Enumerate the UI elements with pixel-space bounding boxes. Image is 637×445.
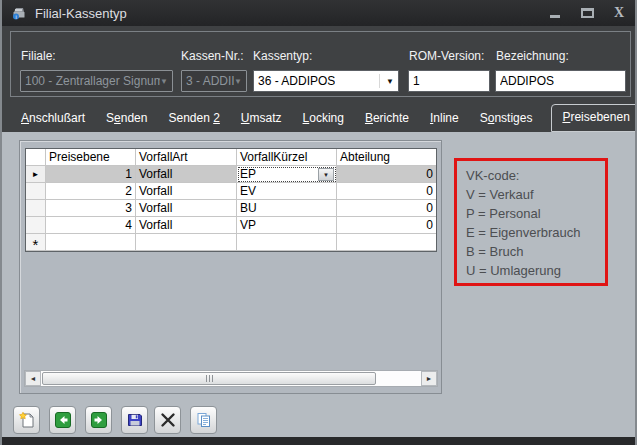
new-record-button[interactable]	[13, 406, 40, 434]
minimize-icon	[550, 15, 560, 18]
column-header-vorfallart[interactable]: VorfallArt	[136, 149, 237, 166]
tab-preisebenen[interactable]: Preisebenen	[551, 104, 637, 132]
row-selector[interactable]	[26, 183, 46, 200]
navigate-next-button[interactable]	[85, 406, 112, 434]
header-panel: Filiale: Kassen-Nr.: Kassentyp: ROM-Vers…	[2, 26, 635, 132]
rom-version-label: ROM-Version:	[409, 49, 484, 63]
form-groupbox: Filiale: Kassen-Nr.: Kassentyp: ROM-Vers…	[10, 31, 631, 97]
kassentyp-label: Kassentyp:	[253, 49, 312, 63]
kassentyp-combobox[interactable]: 36 - ADDIPOS ▼	[253, 70, 399, 92]
tab-inline[interactable]: Inline	[428, 106, 461, 132]
table-row[interactable]: ► 1 Vorfall EP ▼ 0	[26, 166, 436, 183]
row-selector[interactable]: *	[26, 234, 46, 251]
scroll-left-button[interactable]: ◄	[25, 371, 41, 386]
legend-title: VK-code:	[466, 166, 601, 185]
window-bottom-border	[2, 437, 635, 445]
legend-line: E = Eigenverbrauch	[466, 223, 601, 242]
arrow-right-icon: ►	[426, 375, 433, 382]
horizontal-scrollbar[interactable]: ◄ ►	[24, 370, 438, 387]
close-button[interactable]: X	[609, 4, 629, 22]
row-selector-header	[26, 149, 46, 166]
svg-text:i: i	[15, 14, 16, 20]
arrow-left-icon	[54, 411, 72, 429]
scrollbar-thumb[interactable]	[42, 372, 376, 385]
navigate-previous-button[interactable]	[49, 406, 76, 434]
rom-version-input[interactable]: 1	[408, 70, 490, 92]
legend-line: B = Bruch	[466, 242, 601, 261]
tab-page-preisebenen: Preisebene VorfallArt VorfallKürzel Abte…	[2, 132, 635, 437]
legend-line: U = Umlagerung	[466, 261, 601, 280]
close-icon: X	[614, 5, 624, 21]
column-header-preisebene[interactable]: Preisebene	[46, 149, 136, 166]
app-icon: i	[11, 5, 27, 21]
chevron-down-icon: ▼	[160, 77, 168, 86]
tab-strip: Anschlußart Senden Senden 2 Umsatz Locki…	[2, 106, 635, 132]
tab-berichte[interactable]: Berichte	[363, 106, 411, 132]
tab-senden-2[interactable]: Senden 2	[166, 106, 221, 132]
column-header-vorfallkuerzel[interactable]: VorfallKürzel	[237, 149, 337, 166]
data-grid: Preisebene VorfallArt VorfallKürzel Abte…	[25, 148, 437, 252]
filiale-label: Filiale:	[21, 49, 56, 63]
filial-kassentyp-window: i Filial-Kassentyp X Filiale: Kassen-Nr.…	[0, 0, 637, 445]
arrow-right-icon	[90, 411, 108, 429]
row-selector[interactable]	[26, 200, 46, 217]
table-row-new[interactable]: *	[26, 234, 436, 251]
scrollbar-track[interactable]	[41, 371, 421, 386]
row-selector[interactable]	[26, 217, 46, 234]
vorfallkuerzel-combo-cell[interactable]: EP ▼	[237, 166, 337, 183]
delete-button[interactable]	[154, 406, 181, 434]
table-row[interactable]: 3 Vorfall BU 0	[26, 200, 436, 217]
bezeichnung-label: Bezeichnung:	[496, 49, 569, 63]
arrow-left-icon: ◄	[30, 375, 37, 382]
tab-locking[interactable]: Locking	[301, 106, 346, 132]
bezeichnung-input[interactable]: ADDIPOS	[495, 70, 626, 92]
chevron-down-icon: ▼	[379, 74, 394, 88]
column-header-abteilung[interactable]: Abteilung	[337, 149, 436, 166]
bottom-toolbar	[2, 402, 635, 437]
new-document-icon	[18, 411, 36, 429]
maximize-button[interactable]	[577, 4, 597, 22]
tab-senden[interactable]: Senden	[104, 106, 149, 132]
tab-umsatz[interactable]: Umsatz	[239, 106, 284, 132]
row-selector[interactable]: ►	[26, 166, 46, 183]
vk-code-legend: VK-code: V = Verkauf P = Personal E = Ei…	[454, 158, 608, 286]
copy-icon	[195, 411, 213, 429]
window-title: Filial-Kassentyp	[35, 6, 127, 21]
grid-header-row: Preisebene VorfallArt VorfallKürzel Abte…	[26, 149, 436, 166]
minimize-button[interactable]	[545, 4, 565, 22]
scroll-right-button[interactable]: ►	[421, 371, 437, 386]
save-button[interactable]	[121, 406, 148, 434]
cell-dropdown-button[interactable]: ▼	[318, 168, 334, 181]
title-bar: i Filial-Kassentyp X	[2, 0, 635, 26]
table-row[interactable]: 2 Vorfall EV 0	[26, 183, 436, 200]
maximize-icon	[581, 8, 594, 18]
chevron-down-icon: ▼	[323, 172, 329, 178]
delete-icon	[159, 411, 177, 429]
save-icon	[126, 411, 144, 429]
current-row-icon: ►	[32, 170, 40, 179]
kassen-nr-label: Kassen-Nr.:	[181, 49, 244, 63]
chevron-down-icon: ▼	[234, 77, 242, 86]
table-row[interactable]: 4 Vorfall VP 0	[26, 217, 436, 234]
tab-anschlussart[interactable]: Anschlußart	[19, 106, 87, 132]
filiale-combobox[interactable]: 100 - Zentrallager Signum V ▼	[20, 70, 173, 92]
copy-button[interactable]	[190, 406, 217, 434]
legend-line: P = Personal	[466, 204, 601, 223]
legend-line: V = Verkauf	[466, 185, 601, 204]
grid-panel: Preisebene VorfallArt VorfallKürzel Abte…	[19, 140, 442, 394]
kassen-nr-combobox[interactable]: 3 - ADDII ▼	[181, 70, 247, 92]
tab-sonstiges[interactable]: Sonstiges	[478, 106, 535, 132]
new-row-icon: *	[33, 240, 39, 250]
